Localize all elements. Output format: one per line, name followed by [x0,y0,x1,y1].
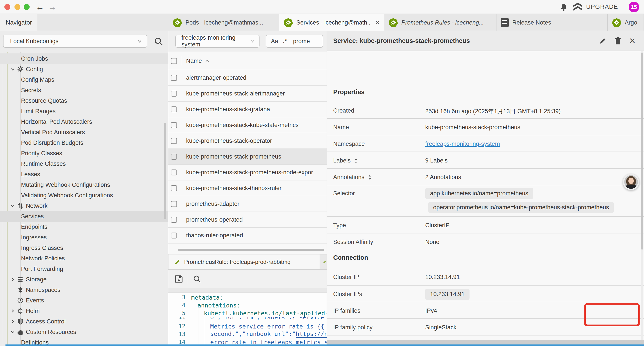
editor-line[interactable]: 14error rate in freeleaps metrics ser [168,338,326,345]
editor-line[interactable]: 3metadata: [168,294,326,301]
sort-toggle-icon[interactable] [368,175,372,180]
sidebar-item-validating-webhook-configurations[interactable]: Validating Webhook Configurations [0,190,168,201]
forward-button[interactable]: → [46,1,58,13]
horizontal-scrollbar[interactable] [178,249,324,251]
kubeconfig-selector[interactable]: Local Kubeconfigs [3,34,147,48]
sidebar-item-custom-resources[interactable]: Custom Resources [0,327,168,337]
table-row[interactable]: kube-prometheus-stack-prometheus [168,149,326,165]
tab-services[interactable]: Services - icecheng@math...× [279,14,384,31]
chevron-right-icon[interactable] [10,308,16,314]
sidebar-item-pod-disruption-budgets[interactable]: Pod Disruption Budgets [0,137,168,148]
sidebar-item-network[interactable]: Network [0,201,168,211]
chevron-down-icon[interactable] [10,203,16,209]
chevron-right-icon[interactable] [10,319,16,324]
detail-panel-scrollbar-thumb[interactable] [641,52,643,250]
sidebar-item-namespaces[interactable]: Namespaces [0,285,168,295]
table-row[interactable]: alertmanager-operated [168,70,326,86]
sidebar-item-vertical-pod-autoscalers[interactable]: Vertical Pod Autoscalers [0,127,168,137]
table-row[interactable]: kube-prometheus-stack-alertmanager [168,86,326,102]
chevron-right-icon[interactable] [10,277,16,282]
table-row[interactable]: kube-prometheus-stack-thanos-ruler [168,180,326,196]
minimize-window-button[interactable] [14,4,20,10]
upgrade-label[interactable]: UPGRADE [586,3,618,10]
close-icon[interactable]: ✕ [629,37,636,45]
upgrade-icon[interactable] [572,2,583,12]
sidebar-item-ingresses[interactable]: Ingresses [0,232,168,243]
row-checkbox[interactable] [171,106,177,112]
row-checkbox[interactable] [171,138,177,144]
tab-release[interactable]: Release Notes [496,14,608,31]
chevron-down-icon[interactable] [10,329,16,335]
name-search-input[interactable]: Aa .* prome [266,34,323,48]
sort-toggle-icon[interactable] [354,158,358,164]
save-icon[interactable] [174,274,184,284]
match-case-toggle[interactable]: Aa [271,38,278,45]
delete-trash-icon[interactable] [614,37,622,45]
sidebar-item-horizontal-pod-autoscalers[interactable]: Horizontal Pod Autoscalers [0,116,168,127]
row-checkbox[interactable] [171,233,177,239]
sidebar-item-leases[interactable]: Leases [0,169,168,180]
sidebar-item-config-maps[interactable]: Config Maps [0,74,168,85]
close-tab-icon[interactable]: × [376,19,380,26]
table-row[interactable]: kube-prometheus-stack-prometheus-node-ex… [168,165,326,180]
notification-count-badge[interactable]: 15 [629,2,639,12]
sidebar-item-runtime-classes[interactable]: Runtime Classes [0,159,168,169]
sidebar-scrollbar[interactable] [164,123,166,219]
sidebar-item-limit-ranges[interactable]: Limit Ranges [0,106,168,116]
zoom-window-button[interactable] [24,4,30,10]
sidebar-item-secrets[interactable]: Secrets [0,85,168,95]
edit-pencil-icon[interactable] [599,37,607,45]
sidebar-item-access-control[interactable]: Access Control [0,316,168,327]
sidebar-item-events[interactable]: Events [0,295,168,306]
regex-toggle[interactable]: .* [283,38,287,45]
sidebar-item-cron-jobs[interactable]: Cron Jobs [0,53,168,64]
name-column-header[interactable]: Name [186,58,202,64]
table-row[interactable]: kube-prometheus-stack-kube-state-metrics [168,117,326,133]
row-checkbox[interactable] [171,91,177,97]
editor-line[interactable]: 11o","for":"1m","labels":{"service":"f [168,317,326,322]
search-icon[interactable] [154,36,164,46]
row-checkbox[interactable] [171,217,177,223]
sidebar-item-storage[interactable]: Storage [0,274,168,285]
row-checkbox[interactable] [171,122,177,128]
back-button[interactable]: ← [34,1,46,13]
editor-line[interactable]: 5kubectl.kubernetes.io/last-applied-co [168,309,326,317]
table-row[interactable]: kube-prometheus-stack-grafana [168,102,326,117]
editor-tab-prometheusrule[interactable]: PrometheusRule: freeleaps-prod-rabbitmq [169,255,320,269]
yaml-editor[interactable]: 3metadata:4annotations:5kubectl.kubernet… [168,293,326,345]
chevron-down-icon[interactable] [10,66,16,72]
tab-argo[interactable]: Argo Se [608,14,644,31]
sidebar-item-priority-classes[interactable]: Priority Classes [0,148,168,159]
avatar[interactable] [623,174,639,190]
tab-pods[interactable]: Pods - icecheng@mathmas... [168,14,279,31]
row-checkbox[interactable] [171,169,177,175]
table-row[interactable]: thanos-ruler-operated [168,228,326,244]
editor-search-icon[interactable] [192,274,202,284]
row-checkbox[interactable] [171,201,177,207]
sidebar-item-resource-quotas[interactable]: Resource Quotas [0,95,168,106]
sidebar-item-config[interactable]: Config [0,64,168,74]
tab-prometheus[interactable]: Prometheus Rules - icecheng... [384,14,496,31]
detail-panel-bottom-scroll-track[interactable] [326,340,644,345]
table-row[interactable]: prometheus-adapter [168,196,326,212]
editor-line[interactable]: 13second.","runbook_url":"https://net [168,330,326,338]
sidebar-item-helm[interactable]: Helm [0,306,168,316]
sidebar-item-ingress-classes[interactable]: Ingress Classes [0,243,168,253]
close-window-button[interactable] [4,4,10,10]
bell-icon[interactable] [560,3,568,12]
sidebar-item-mutating-webhook-configurations[interactable]: Mutating Webhook Configurations [0,180,168,190]
row-checkbox[interactable] [171,154,177,160]
sidebar-item-network-policies[interactable]: Network Policies [0,253,168,264]
editor-tab-next-partial[interactable] [320,255,326,269]
navigator-tab[interactable]: Navigator [0,14,37,31]
sidebar-item-endpoints[interactable]: Endpoints [0,222,168,232]
namespace-selector[interactable]: freeleaps-monitoring-system [175,34,260,48]
table-row[interactable]: kube-prometheus-stack-operator [168,133,326,149]
sidebar-item-services[interactable]: Services [0,211,168,222]
editor-line[interactable]: 12Metrics service error rate is {{ $va [168,322,326,330]
sort-asc-icon[interactable] [205,59,210,63]
select-all-checkbox[interactable] [171,58,177,64]
row-checkbox[interactable] [171,185,177,191]
table-row[interactable]: prometheus-operated [168,212,326,228]
row-checkbox[interactable] [171,75,177,81]
